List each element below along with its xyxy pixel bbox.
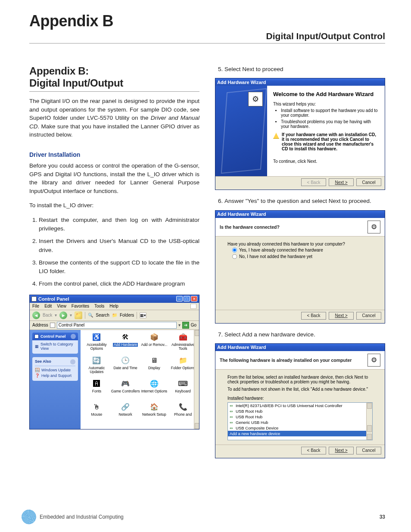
hardware-list-row[interactable]: USB Root Hub <box>228 408 372 414</box>
cp-item[interactable]: ♿Accessibility Options <box>82 333 111 354</box>
wiz2-radio-no[interactable]: No, I have not added the hardware yet <box>232 254 373 259</box>
wiz1-cancel-button[interactable]: Cancel <box>356 178 381 186</box>
address-input[interactable] <box>57 322 177 329</box>
cp-item[interactable]: 🖱Mouse <box>82 402 111 424</box>
search-label[interactable]: Search <box>96 313 109 317</box>
wiz2-cancel-button[interactable]: Cancel <box>356 312 381 320</box>
wiz3-back-button[interactable]: < Back <box>301 447 326 454</box>
go-button[interactable]: ➔ <box>182 322 189 329</box>
back-icon[interactable]: ◄ <box>32 311 40 319</box>
switch-view-link[interactable]: ▦ Switch to Category View <box>35 342 75 351</box>
cp-item[interactable]: 🏠Network Setup <box>140 402 169 424</box>
cp-item[interactable]: 🧰Administrative Tools <box>168 333 197 354</box>
cp-menubar[interactable]: File Edit View Favorites Tools Help <box>30 303 199 310</box>
hardware-list-row[interactable]: USB Root Hub <box>228 414 372 420</box>
cp-item[interactable]: 🔗Network <box>111 402 140 424</box>
folders-icon[interactable]: 📁 <box>112 313 117 317</box>
cp-item-icon: 📁 <box>178 356 188 365</box>
cp-titlebar[interactable]: Control Panel – □ ✕ <box>30 295 199 303</box>
cp-item-label: Folder Options <box>171 366 195 370</box>
cp-item-icon: 🧰 <box>178 333 188 342</box>
cp-item[interactable]: 🔄Automatic Updates <box>82 356 111 377</box>
usb-icon <box>230 420 234 425</box>
minimize-button[interactable]: – <box>176 296 183 302</box>
search-icon[interactable]: 🔍 <box>88 313 93 317</box>
wiz2-back-button[interactable]: < Back <box>301 312 326 320</box>
wiz1-sidebar: ⚙ <box>215 86 267 176</box>
wiz3-next-button[interactable]: Next > <box>329 447 354 454</box>
windows-update-link[interactable]: 🪟 Windows Update <box>35 368 75 372</box>
wiz3-p1: From the list below, select an installed… <box>227 375 373 384</box>
maximize-button[interactable]: □ <box>184 296 190 302</box>
usb-icon <box>230 414 234 419</box>
menu-view[interactable]: View <box>57 304 66 309</box>
cp-item[interactable]: 🅰Fonts <box>82 379 111 401</box>
step-7: Select Add a new hardware device. <box>224 330 385 339</box>
cp-item-icon: 🖥 <box>149 356 159 365</box>
cp-item[interactable]: 📦Add or Remov... <box>140 333 169 354</box>
driver-install-p2: To install the L_IO driver: <box>29 201 199 210</box>
radio-yes-input[interactable] <box>232 247 237 252</box>
cp-item-icon: 📦 <box>149 333 159 342</box>
wiz2-next-button[interactable]: Next > <box>329 312 354 320</box>
step-1: Restart the computer, and then log on wi… <box>39 216 199 233</box>
driver-install-p1: Before you could access or control the o… <box>29 162 199 195</box>
page-footer: Embedded and Industrial Computing 33 <box>22 510 385 524</box>
cp-item-icon: 🎮 <box>121 379 130 389</box>
cp-item[interactable]: 🖥Display <box>140 356 169 377</box>
radio-no-input[interactable] <box>232 254 237 258</box>
wiz1-warning: If your hardware came with an installati… <box>273 132 379 151</box>
cp-item[interactable]: ⌨Keyboard <box>168 379 197 401</box>
wiz1-title: Add Hardware Wizard <box>217 80 383 85</box>
list-scrollbar[interactable] <box>366 403 372 440</box>
hardware-chip-icon: ⚙ <box>367 354 380 367</box>
menu-favorites[interactable]: Favorites <box>72 304 89 309</box>
go-label[interactable]: Go <box>191 323 196 327</box>
cp-addressbar: Address ▾ ➔ Go <box>30 321 199 330</box>
folders-label[interactable]: Folders <box>120 313 134 317</box>
back-label[interactable]: Back <box>43 313 52 317</box>
cp-icon-grid: ♿Accessibility Options🛠Add Hardware📦Add … <box>81 330 199 429</box>
menu-tools[interactable]: Tools <box>94 304 104 309</box>
wiz3-cancel-button[interactable]: Cancel <box>356 447 381 454</box>
cp-item[interactable]: 🌐Internet Options <box>140 379 169 401</box>
cp-item-label: Add or Remov... <box>141 343 167 347</box>
cp-item[interactable]: 🕒Date and Time <box>111 356 140 377</box>
wiz2-radio-yes[interactable]: Yes, I have already connected the hardwa… <box>232 247 373 253</box>
menu-help[interactable]: Help <box>109 304 118 309</box>
cp-item[interactable]: 📁Folder Options <box>168 356 197 377</box>
cp-scrollbar[interactable] <box>194 330 199 429</box>
cp-item-label: Automatic Updates <box>82 366 111 374</box>
driver-install-heading: Driver Installation <box>29 151 199 158</box>
wiz1-next-button[interactable]: Next > <box>329 178 354 186</box>
cp-item-label: Date and Time <box>113 366 137 370</box>
footer-text: Embedded and Industrial Computing <box>40 514 124 520</box>
sidebar-header[interactable]: Control Panel <box>32 333 78 340</box>
cp-toolbar: ◄ Back ▾ ► ▾ 📁 🔍 Search 📁 Folders ▦▾ <box>30 310 199 321</box>
hardware-list-row[interactable]: Generic USB Hub <box>228 420 372 425</box>
address-label: Address <box>32 323 48 327</box>
forward-icon[interactable]: ► <box>59 311 67 319</box>
windows-flag-icon <box>190 304 196 309</box>
hardware-chip-icon: ⚙ <box>248 92 263 106</box>
cp-item[interactable]: 📞Phone and <box>168 402 197 424</box>
installed-hardware-list[interactable]: Intel(R) 82371AB/EB PCI to USB Universal… <box>227 402 373 440</box>
control-panel-window: Control Panel – □ ✕ File Edit View Favor… <box>29 295 199 429</box>
hardware-list-row[interactable]: Add a new hardware device <box>228 431 372 436</box>
help-support-link[interactable]: ❓ Help and Support <box>35 373 75 378</box>
usb-icon <box>230 409 234 414</box>
footer-logo-icon <box>22 510 36 524</box>
close-button[interactable]: ✕ <box>191 296 197 302</box>
cp-item[interactable]: 🎮Game Controllers <box>111 379 140 401</box>
cp-item-label: Keyboard <box>175 389 190 393</box>
step-6: Answer "Yes" to the question and select … <box>224 197 385 205</box>
cp-app-icon <box>31 296 37 302</box>
views-button[interactable]: ▦▾ <box>140 312 146 318</box>
up-icon[interactable]: 📁 <box>75 311 82 319</box>
hardware-list-row[interactable]: USB Composite Device <box>228 425 372 431</box>
left-column: Appendix B: Digital Input/Output The Dig… <box>29 65 199 458</box>
menu-file[interactable]: File <box>32 304 39 309</box>
cp-item[interactable]: 🛠Add Hardware <box>111 333 140 354</box>
hardware-list-row[interactable]: Intel(R) 82371AB/EB PCI to USB Universal… <box>228 403 372 408</box>
menu-edit[interactable]: Edit <box>44 304 52 309</box>
